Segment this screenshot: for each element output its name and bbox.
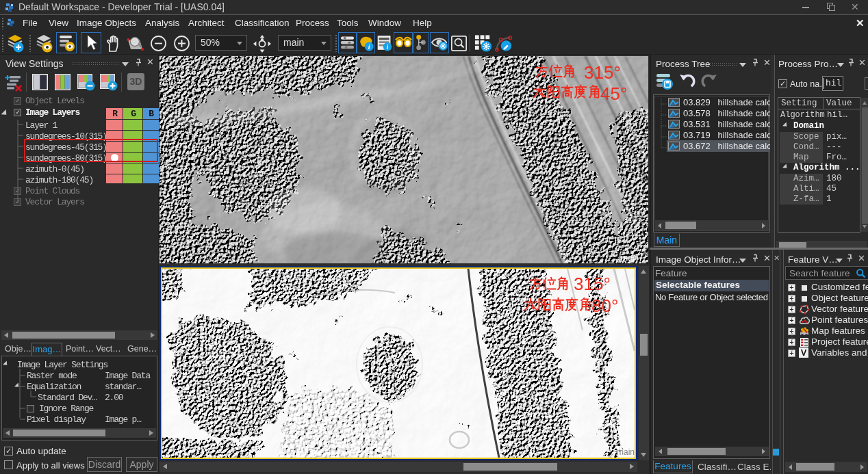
- svg-text:45°: 45°: [600, 83, 627, 104]
- svg-text:main: main: [621, 253, 639, 263]
- svg-text:i: i: [387, 43, 389, 51]
- svg-text:main: main: [617, 447, 635, 457]
- svg-text:315°: 315°: [584, 62, 621, 83]
- svg-text:315°: 315°: [574, 274, 611, 294]
- svg-text:i: i: [368, 43, 370, 51]
- svg-text:80°: 80°: [591, 295, 618, 316]
